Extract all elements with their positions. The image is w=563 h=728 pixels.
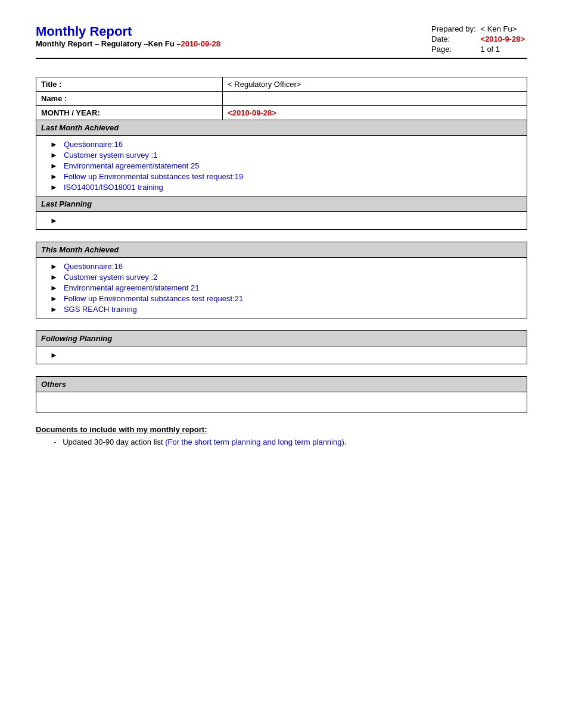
last-month-item-text-2: Customer system survey :1	[64, 151, 158, 160]
following-planning-cell: ►	[36, 346, 527, 364]
name-label: Name :	[36, 92, 223, 106]
this-bullet-arrow-1: ►	[50, 262, 58, 271]
this-month-item-text-4: Follow up Environmental substances test …	[64, 294, 243, 303]
last-month-achieved-header: Last Month Achieved	[36, 120, 527, 136]
last-planning-cell: ►	[36, 212, 527, 230]
header-left: Monthly Report Monthly Report – Regulato…	[36, 24, 220, 48]
following-planning-table: Following Planning ►	[36, 330, 527, 364]
this-month-item-text-1: Questionnaire:16	[64, 262, 123, 271]
this-month-header: This Month Achieved	[36, 242, 527, 258]
this-bullet-arrow-3: ►	[50, 283, 58, 292]
title-label: Title :	[36, 77, 223, 92]
last-month-item-4: ► Follow up Environmental substances tes…	[41, 172, 522, 181]
date-label: Date:	[429, 34, 478, 44]
documents-title: Documents to include with my monthly rep…	[36, 425, 527, 434]
this-bullet-arrow-2: ►	[50, 273, 58, 282]
this-month-item-4: ► Follow up Environmental substances tes…	[41, 294, 522, 303]
this-month-item-5: ► SGS REACH training	[41, 305, 522, 314]
month-year-value: <2010-09-28>	[223, 106, 527, 120]
this-month-item-2: ► Customer system survey :2	[41, 273, 522, 282]
last-month-item-3: ► Environmental agreement/statement 25	[41, 161, 522, 170]
page-label: Page:	[429, 44, 478, 54]
this-month-item-text-3: Environmental agreement/statement 21	[64, 283, 200, 292]
bullet-arrow-3: ►	[50, 161, 58, 170]
month-year-label: MONTH / YEAR:	[36, 106, 223, 120]
last-planning-header: Last Planning	[36, 196, 527, 212]
date-value: <2010-9-28>	[478, 34, 527, 44]
last-month-items-cell: ► Questionnaire:16 ► Customer system sur…	[36, 136, 527, 196]
name-value	[223, 92, 527, 106]
bullet-arrow-1: ►	[50, 140, 58, 149]
this-month-item-3: ► Environmental agreement/statement 21	[41, 283, 522, 292]
title-value: < Regulatory Officer>	[223, 77, 527, 92]
last-month-item-5: ► ISO14001/ISO18001 training	[41, 183, 522, 192]
this-month-item-1: ► Questionnaire:16	[41, 262, 522, 271]
documents-item: - Updated 30-90 day action list (For the…	[54, 438, 527, 446]
others-table: Others	[36, 376, 527, 413]
this-month-table: This Month Achieved ► Questionnaire:16 ►…	[36, 242, 527, 318]
report-title: Monthly Report	[36, 24, 220, 39]
last-month-item-text-3: Environmental agreement/statement 25	[64, 161, 200, 170]
bullet-arrow-2: ►	[50, 151, 58, 160]
last-month-item-text-1: Questionnaire:16	[64, 140, 123, 149]
last-month-item-1: ► Questionnaire:16	[41, 140, 522, 149]
this-bullet-arrow-5: ►	[50, 305, 58, 314]
bullet-arrow-4: ►	[50, 172, 58, 181]
documents-item-suffix: (For the short term planning and long te…	[163, 438, 347, 446]
last-month-item-text-4: Follow up Environmental substances test …	[64, 172, 243, 181]
last-month-item-2: ► Customer system survey :1	[41, 151, 522, 160]
this-bullet-arrow-4: ►	[50, 294, 58, 303]
bullet-arrow-5: ►	[50, 183, 58, 192]
documents-section: Documents to include with my monthly rep…	[36, 425, 527, 446]
header-right: Prepared by: < Ken Fu> Date: <2010-9-28>…	[429, 24, 527, 54]
prepared-by-value: < Ken Fu>	[478, 24, 527, 34]
report-subtitle: Monthly Report – Regulatory –Ken Fu –201…	[36, 39, 220, 48]
header: Monthly Report Monthly Report – Regulato…	[36, 24, 527, 59]
page-value: 1 of 1	[478, 44, 527, 54]
page: Monthly Report Monthly Report – Regulato…	[0, 0, 563, 728]
info-table: Title : < Regulatory Officer> Name : MON…	[36, 77, 527, 230]
this-month-item-text-5: SGS REACH training	[64, 305, 137, 314]
this-month-item-text-2: Customer system survey :2	[64, 273, 158, 282]
others-header: Others	[36, 377, 527, 392]
last-month-item-text-5: ISO14001/ISO18001 training	[64, 183, 163, 192]
last-planning-bullet: ►	[41, 216, 522, 225]
documents-item-text: Updated 30-90 day action list	[63, 438, 163, 446]
others-cell	[36, 392, 527, 413]
this-month-items-cell: ► Questionnaire:16 ► Customer system sur…	[36, 258, 527, 318]
following-planning-header: Following Planning	[36, 331, 527, 346]
following-planning-bullet: ►	[41, 351, 522, 360]
prepared-by-label: Prepared by:	[429, 24, 478, 34]
following-planning-arrow: ►	[50, 351, 58, 360]
last-planning-arrow: ►	[50, 216, 58, 225]
